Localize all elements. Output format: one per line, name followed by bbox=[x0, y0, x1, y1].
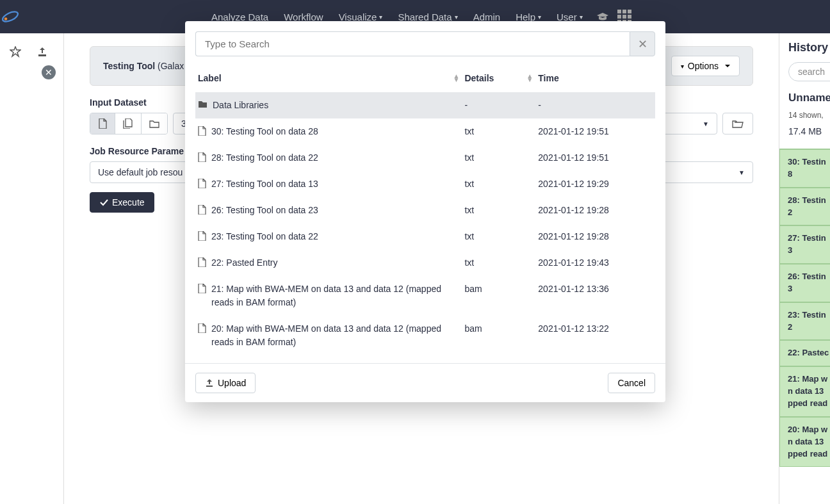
column-label[interactable]: Label bbox=[195, 67, 462, 92]
file-time: 2021-01-12 19:43 bbox=[535, 250, 655, 276]
file-row[interactable]: 26: Testing Tool on data 23txt2021-01-12… bbox=[195, 197, 655, 224]
file-time: 2021-01-12 19:28 bbox=[535, 197, 655, 224]
file-picker-modal: ✕ Label ▲▼Details ▲▼Time Data Libraries-… bbox=[185, 21, 665, 402]
file-row[interactable]: 22: Pasted Entrytxt2021-01-12 19:43 bbox=[195, 250, 655, 276]
file-details: txt bbox=[462, 171, 535, 197]
sort-icon: ▲▼ bbox=[526, 74, 533, 82]
file-label: 20: Map with BWA-MEM on data 13 and data… bbox=[211, 322, 459, 349]
file-details: bam bbox=[462, 316, 535, 355]
file-label: 28: Testing Tool on data 22 bbox=[211, 151, 318, 165]
file-label: 26: Testing Tool on data 23 bbox=[211, 204, 318, 217]
file-time: 2021-01-12 13:22 bbox=[535, 316, 655, 355]
file-details: txt bbox=[462, 118, 535, 145]
file-details: bam bbox=[462, 276, 535, 316]
file-row[interactable]: 23: Testing Tool on data 22txt2021-01-12… bbox=[195, 224, 655, 250]
file-details: txt bbox=[462, 224, 535, 250]
file-details: txt bbox=[462, 145, 535, 171]
sort-icon: ▲▼ bbox=[453, 74, 459, 82]
file-time: - bbox=[535, 92, 655, 118]
file-time: 2021-01-12 19:28 bbox=[535, 224, 655, 250]
file-table: Label ▲▼Details ▲▼Time Data Libraries--3… bbox=[195, 67, 655, 355]
file-details: - bbox=[462, 92, 535, 118]
file-label: 22: Pasted Entry bbox=[211, 256, 278, 270]
column-details[interactable]: ▲▼Details bbox=[462, 67, 535, 92]
file-label: 30: Testing Tool on data 28 bbox=[211, 125, 318, 138]
file-label: 23: Testing Tool on data 22 bbox=[211, 230, 318, 243]
file-list-scroll[interactable]: Label ▲▼Details ▲▼Time Data Libraries--3… bbox=[185, 67, 665, 363]
upload-button[interactable]: Upload bbox=[195, 373, 256, 393]
cancel-button[interactable]: Cancel bbox=[608, 373, 655, 393]
file-label: Data Libraries bbox=[213, 99, 268, 112]
file-row[interactable]: 28: Testing Tool on data 22txt2021-01-12… bbox=[195, 145, 655, 171]
clear-search-button[interactable]: ✕ bbox=[630, 31, 655, 56]
file-details: txt bbox=[462, 197, 535, 224]
file-row[interactable]: 27: Testing Tool on data 13txt2021-01-12… bbox=[195, 171, 655, 197]
file-label: 27: Testing Tool on data 13 bbox=[211, 177, 318, 191]
file-label: 21: Map with BWA-MEM on data 13 and data… bbox=[211, 282, 459, 309]
file-row[interactable]: 20: Map with BWA-MEM on data 13 and data… bbox=[195, 316, 655, 355]
file-row[interactable]: Data Libraries-- bbox=[195, 92, 655, 118]
file-time: 2021-01-12 13:36 bbox=[535, 276, 655, 316]
file-row[interactable]: 21: Map with BWA-MEM on data 13 and data… bbox=[195, 276, 655, 316]
search-input[interactable] bbox=[195, 31, 630, 56]
column-time[interactable]: ▲▼Time bbox=[535, 67, 655, 92]
file-details: txt bbox=[462, 250, 535, 276]
file-time: 2021-01-12 19:29 bbox=[535, 171, 655, 197]
file-time: 2021-01-12 19:51 bbox=[535, 145, 655, 171]
file-row[interactable]: 30: Testing Tool on data 28txt2021-01-12… bbox=[195, 118, 655, 145]
file-time: 2021-01-12 19:51 bbox=[535, 118, 655, 145]
